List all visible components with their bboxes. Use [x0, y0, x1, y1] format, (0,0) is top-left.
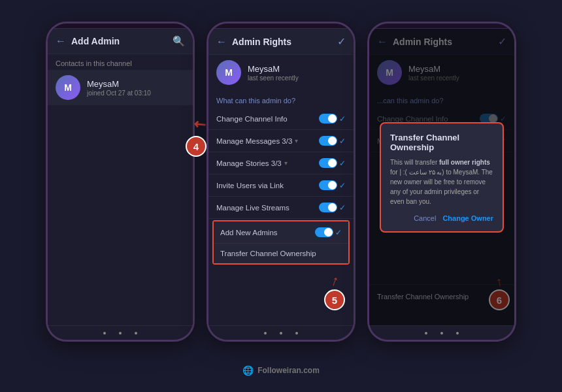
perm-manage-stories[interactable]: Manage Stories 3/3▾ ✓ — [208, 152, 354, 174]
screen-3: ← Admin Rights ✓ M MeysaM last seen rece… — [369, 29, 514, 325]
cancel-button[interactable]: Cancel — [414, 214, 436, 222]
step-4-circle: 4 — [186, 136, 207, 157]
perm-invite-users[interactable]: Invite Users via Link ✓ — [208, 174, 354, 197]
footer: 🌐 Followeiran.com — [242, 361, 320, 377]
avatar-2: M — [216, 60, 241, 85]
bottom-bar-3 — [369, 325, 514, 340]
dialog-body: This will transfer full owner rights for… — [390, 157, 493, 206]
contact-item-2: M MeysaM last seen recently — [208, 55, 354, 90]
back-button-2[interactable]: ← — [216, 36, 227, 48]
phone-notch-2 — [208, 24, 354, 29]
contact-sub-1: joined Oct 27 at 03:10 — [87, 90, 185, 97]
transfer-dialog: Transfer Channel Ownership This will tra… — [380, 122, 504, 233]
perm-manage-messages[interactable]: Manage Messages 3/3▾ ✓ — [208, 130, 354, 152]
change-owner-button[interactable]: Change Owner — [442, 214, 493, 222]
back-button-1[interactable]: ← — [56, 35, 66, 47]
phone-notch-3 — [369, 24, 514, 29]
screen-1: ← Add Admin 🔍 Contacts in this channel M… — [48, 29, 193, 325]
dialog-title: Transfer Channel Ownership — [390, 133, 493, 152]
contact-name-2: MeysaM — [248, 64, 346, 74]
contact-info-1: MeysaM joined Oct 27 at 03:10 — [87, 79, 185, 97]
perm-live-streams[interactable]: Manage Live Streams ✓ — [208, 197, 354, 219]
phone-3: ← Admin Rights ✓ M MeysaM last seen rece… — [367, 22, 516, 342]
header-admin-rights: ← Admin Rights ✓ — [208, 29, 354, 55]
page-title-1: Add Admin — [71, 36, 120, 46]
globe-icon: 🌐 — [242, 365, 254, 376]
footer-text: Followeiran.com — [257, 366, 320, 375]
highlighted-permissions-box: Add New Admins ✓ Transfer Channel Owners… — [212, 220, 350, 265]
perm-add-admins[interactable]: Add New Admins ✓ — [214, 221, 348, 244]
contact-item[interactable]: M MeysaM joined Oct 27 at 03:10 — [48, 70, 193, 105]
section-label-2: What can this admin do? — [208, 90, 354, 108]
avatar-1: M — [56, 75, 80, 100]
header-add-admin: ← Add Admin 🔍 — [48, 29, 193, 54]
search-icon-1[interactable]: 🔍 — [173, 35, 185, 47]
perm-transfer-ownership[interactable]: Transfer Channel Ownership — [214, 244, 348, 263]
dialog-buttons: Cancel Change Owner — [390, 214, 493, 222]
step-5-circle: 5 — [324, 289, 345, 310]
page-title-2: Admin Rights — [232, 37, 291, 47]
contact-sub-2: last seen recently — [248, 74, 346, 82]
perm-change-channel[interactable]: Change Channel Info ✓ — [208, 108, 354, 130]
dialog-overlay: Transfer Channel Ownership This will tra… — [369, 29, 514, 325]
phone-notch-1 — [48, 24, 193, 29]
phone-1: ← Add Admin 🔍 Contacts in this channel M… — [46, 22, 195, 342]
contacts-label: Contacts in this channel — [48, 54, 193, 70]
bottom-bar-1 — [48, 325, 193, 340]
check-icon-2[interactable]: ✓ — [337, 35, 346, 48]
bottom-bar-2 — [208, 325, 354, 340]
contact-name-1: MeysaM — [87, 79, 185, 89]
